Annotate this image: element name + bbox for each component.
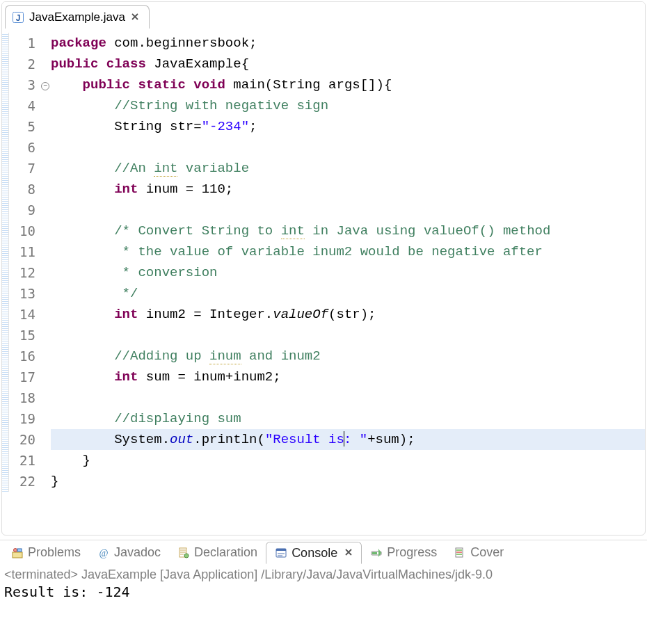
tab-problems[interactable]: Problems: [3, 542, 89, 564]
fold-ruler: [2, 33, 9, 492]
svg-point-7: [184, 554, 189, 558]
tab-label: Progress: [387, 545, 437, 560]
code-line[interactable]: /* Convert String to int in Java using v…: [51, 220, 645, 241]
fold-toggle-icon[interactable]: −: [41, 82, 49, 90]
bottom-panel: Problems @ Javadoc Declaration: [0, 540, 647, 603]
code-line[interactable]: int inum = 110;: [51, 179, 645, 200]
editor-tab-active[interactable]: J JavaExample.java: [5, 5, 150, 29]
code-line[interactable]: [51, 325, 645, 346]
coverage-icon: [454, 547, 466, 559]
tab-progress[interactable]: Progress: [362, 542, 445, 564]
console-view[interactable]: <terminated> JavaExample [Java Applicati…: [0, 565, 647, 603]
tab-javadoc[interactable]: @ Javadoc: [89, 542, 169, 564]
svg-rect-13: [456, 549, 462, 551]
tab-coverage[interactable]: Cover: [445, 542, 512, 564]
svg-rect-14: [456, 552, 462, 553]
bottom-tab-bar: Problems @ Javadoc Declaration: [0, 540, 647, 565]
svg-rect-2: [13, 552, 22, 558]
tab-label: Cover: [470, 545, 504, 560]
java-file-icon: J: [13, 12, 24, 23]
annotation-gutter: −: [41, 33, 51, 492]
console-output-line: Result is: -124: [4, 583, 643, 600]
tab-label: Declaration: [194, 545, 257, 560]
declaration-icon: [177, 547, 190, 559]
code-line[interactable]: public class JavaExample{: [51, 54, 645, 74]
tab-label: Javadoc: [114, 545, 161, 560]
svg-rect-4: [17, 549, 22, 552]
svg-text:J: J: [16, 13, 21, 22]
tab-label: Console: [291, 546, 337, 561]
close-icon[interactable]: [344, 547, 353, 559]
svg-rect-11: [372, 552, 377, 554]
javadoc-icon: @: [97, 547, 110, 559]
console-status-line: <terminated> JavaExample [Java Applicati…: [4, 567, 643, 582]
code-line[interactable]: //String with negative sign: [51, 95, 645, 116]
code-line[interactable]: int sum = inum+inum2;: [51, 367, 645, 387]
code-line[interactable]: //An int variable: [51, 158, 645, 179]
editor-tab-bar: J JavaExample.java: [2, 2, 645, 29]
code-line[interactable]: }: [51, 450, 645, 471]
code-editor[interactable]: 12345678910111213141516171819202122 − pa…: [2, 29, 645, 492]
console-icon: [275, 547, 287, 559]
code-line[interactable]: String str="-234";: [51, 116, 645, 137]
code-line[interactable]: [51, 387, 645, 408]
line-number-gutter: 12345678910111213141516171819202122: [9, 33, 41, 492]
code-line[interactable]: //displaying sum: [51, 408, 645, 429]
problems-icon: [11, 547, 24, 559]
code-line[interactable]: }: [51, 471, 645, 492]
code-line[interactable]: [51, 200, 645, 220]
tab-console[interactable]: Console: [266, 542, 362, 564]
editor-pane: J JavaExample.java 123456789101112131415…: [1, 1, 646, 536]
code-line[interactable]: [51, 137, 645, 158]
editor-tab-title: JavaExample.java: [29, 10, 125, 24]
svg-point-3: [14, 548, 17, 552]
progress-icon: [370, 547, 383, 559]
code-line[interactable]: package com.beginnersbook;: [51, 33, 645, 54]
code-line[interactable]: public static void main(String args[]){: [51, 74, 645, 95]
code-line[interactable]: */: [51, 283, 645, 304]
svg-rect-15: [456, 554, 462, 555]
svg-rect-9: [276, 549, 286, 551]
code-line[interactable]: int inum2 = Integer.valueOf(str);: [51, 304, 645, 325]
tab-label: Problems: [28, 545, 81, 560]
tab-declaration[interactable]: Declaration: [169, 542, 266, 564]
svg-text:@: @: [99, 548, 109, 558]
code-line[interactable]: //Adding up inum and inum2: [51, 346, 645, 367]
code-line[interactable]: * conversion: [51, 262, 645, 283]
code-line[interactable]: * the value of variable inum2 would be n…: [51, 241, 645, 262]
code-line[interactable]: System.out.println("Result is: "+sum);: [51, 429, 645, 450]
code-lines[interactable]: package com.beginnersbook;public class J…: [51, 33, 645, 492]
close-icon[interactable]: [131, 11, 139, 24]
